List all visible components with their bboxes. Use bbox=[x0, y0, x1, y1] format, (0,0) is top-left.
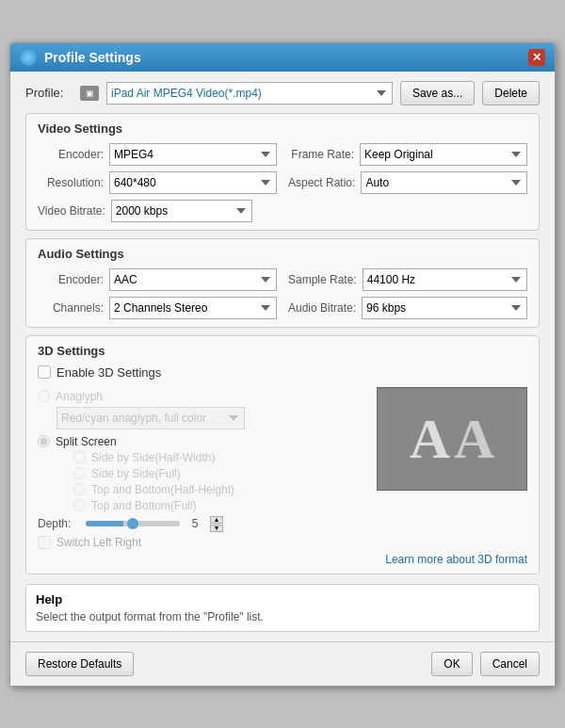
audio-encoder-row: Encoder: AAC bbox=[38, 268, 277, 291]
side-by-side-half-row: Side by Side(Half-Width) bbox=[73, 451, 365, 464]
resolution-select[interactable]: 640*480 bbox=[109, 171, 277, 194]
depth-down-arrow[interactable]: ▼ bbox=[210, 525, 223, 532]
video-settings-grid: Encoder: MPEG4 Frame Rate: Keep Original… bbox=[38, 143, 527, 194]
audio-bitrate-select[interactable]: 96 kbps bbox=[362, 297, 527, 319]
depth-slider[interactable] bbox=[86, 521, 180, 526]
title-bar: Profile Settings ✕ bbox=[10, 43, 555, 72]
profile-select[interactable]: iPad Air MPEG4 Video(*.mp4) bbox=[106, 82, 393, 105]
side-by-side-full-label: Side by Side(Full) bbox=[91, 467, 181, 480]
help-title: Help bbox=[36, 592, 529, 607]
switch-row: Switch Left Right bbox=[38, 536, 365, 549]
audio-encoder-label: Encoder: bbox=[38, 273, 104, 286]
aa-preview-content: A A bbox=[410, 411, 495, 467]
video-bitrate-label: Video Bitrate: bbox=[38, 204, 105, 218]
top-bottom-full-row: Top and Bottom(Full) bbox=[73, 499, 365, 512]
anaglyph-dropdown[interactable]: Red/cyan anaglyph, full color bbox=[56, 407, 245, 429]
switch-lr-label: Switch Left Right bbox=[56, 536, 141, 549]
channels-select[interactable]: 2 Channels Stereo bbox=[109, 297, 277, 319]
learn-more-link[interactable]: Learn more about 3D format bbox=[385, 553, 527, 566]
channels-label: Channels: bbox=[38, 301, 104, 315]
video-bitrate-row: Video Bitrate: 2000 kbps bbox=[38, 200, 527, 222]
top-bottom-half-row: Top and Bottom(Half-Height) bbox=[73, 483, 365, 496]
resolution-label: Resolution: bbox=[38, 176, 104, 189]
preview-letter-left: A bbox=[410, 411, 450, 467]
audio-settings-section: Audio Settings Encoder: AAC Sample Rate:… bbox=[25, 238, 540, 328]
3d-settings-title: 3D Settings bbox=[38, 344, 527, 358]
aspect-ratio-label: Aspect Ratio: bbox=[288, 176, 355, 189]
enable-3d-row: Enable 3D Settings bbox=[38, 365, 527, 380]
3d-content: Anaglyph Red/cyan anaglyph, full color S… bbox=[38, 387, 527, 549]
footer: Restore Defaults OK Cancel bbox=[10, 641, 555, 686]
restore-defaults-button[interactable]: Restore Defaults bbox=[25, 652, 134, 676]
top-bottom-full-label: Top and Bottom(Full) bbox=[91, 499, 196, 512]
enable-3d-checkbox[interactable] bbox=[38, 365, 51, 379]
encoder-row: Encoder: MPEG4 bbox=[38, 143, 277, 166]
video-settings-title: Video Settings bbox=[38, 121, 527, 136]
profile-settings-dialog: Profile Settings ✕ Profile: ▣ iPad Air M… bbox=[9, 42, 556, 687]
sample-rate-select[interactable]: 44100 Hz bbox=[363, 268, 527, 291]
save-as-button[interactable]: Save as... bbox=[400, 81, 475, 105]
top-bottom-half-radio[interactable] bbox=[73, 483, 86, 495]
depth-up-arrow[interactable]: ▲ bbox=[210, 516, 223, 524]
side-by-side-half-radio[interactable] bbox=[73, 451, 86, 463]
delete-button[interactable]: Delete bbox=[482, 81, 540, 105]
dialog-body: Profile: ▣ iPad Air MPEG4 Video(*.mp4) S… bbox=[10, 72, 555, 641]
preview-letter-right: A bbox=[454, 411, 494, 467]
profile-label: Profile: bbox=[25, 86, 73, 100]
dialog-title: Profile Settings bbox=[44, 50, 528, 65]
3d-left-panel: Anaglyph Red/cyan anaglyph, full color S… bbox=[38, 387, 365, 549]
cancel-button[interactable]: Cancel bbox=[480, 652, 540, 676]
close-button[interactable]: ✕ bbox=[528, 49, 545, 66]
audio-settings-grid: Encoder: AAC Sample Rate: 44100 Hz Chann… bbox=[38, 268, 527, 319]
audio-settings-title: Audio Settings bbox=[38, 247, 527, 261]
split-screen-radio[interactable] bbox=[38, 435, 50, 447]
learn-more-row: Learn more about 3D format bbox=[38, 553, 527, 566]
frame-rate-row: Frame Rate: Keep Original bbox=[288, 143, 527, 166]
enable-3d-label: Enable 3D Settings bbox=[56, 365, 161, 380]
resolution-row: Resolution: 640*480 bbox=[38, 171, 277, 194]
aspect-ratio-select[interactable]: Auto bbox=[361, 171, 527, 194]
depth-value: 5 bbox=[186, 517, 204, 530]
help-text: Select the output format from the "Profi… bbox=[36, 610, 529, 623]
anaglyph-dropdown-wrapper: Red/cyan anaglyph, full color bbox=[38, 407, 365, 429]
3d-preview: A A bbox=[377, 387, 527, 491]
video-bitrate-select[interactable]: 2000 kbps bbox=[111, 200, 252, 222]
depth-row: Depth: 5 ▲ ▼ bbox=[38, 516, 365, 532]
audio-bitrate-row: Audio Bitrate: 96 kbps bbox=[288, 297, 527, 319]
anaglyph-radio-label: Anaglyph bbox=[56, 390, 103, 403]
frame-rate-select[interactable]: Keep Original bbox=[360, 143, 527, 166]
sub-options: Side by Side(Half-Width) Side by Side(Fu… bbox=[73, 451, 365, 512]
video-settings-section: Video Settings Encoder: MPEG4 Frame Rate… bbox=[25, 113, 540, 231]
side-by-side-half-label: Side by Side(Half-Width) bbox=[91, 451, 215, 464]
top-bottom-full-radio[interactable] bbox=[73, 499, 86, 511]
split-screen-radio-row: Split Screen bbox=[38, 435, 365, 448]
anaglyph-radio[interactable] bbox=[38, 390, 50, 402]
switch-lr-checkbox[interactable] bbox=[38, 536, 51, 549]
sample-rate-row: Sample Rate: 44100 Hz bbox=[288, 268, 527, 291]
encoder-select[interactable]: MPEG4 bbox=[109, 143, 277, 166]
depth-label: Depth: bbox=[38, 517, 80, 530]
side-by-side-full-radio[interactable] bbox=[73, 467, 86, 479]
help-box: Help Select the output format from the "… bbox=[25, 584, 540, 632]
sample-rate-label: Sample Rate: bbox=[288, 273, 357, 286]
frame-rate-label: Frame Rate: bbox=[288, 148, 354, 161]
anaglyph-radio-row: Anaglyph bbox=[38, 390, 365, 403]
split-screen-label: Split Screen bbox=[56, 435, 117, 448]
audio-bitrate-label: Audio Bitrate: bbox=[288, 301, 356, 315]
footer-right: OK Cancel bbox=[431, 652, 540, 676]
3d-settings-section: 3D Settings Enable 3D Settings Anaglyph … bbox=[25, 335, 540, 574]
profile-row: Profile: ▣ iPad Air MPEG4 Video(*.mp4) S… bbox=[25, 81, 540, 105]
top-bottom-half-label: Top and Bottom(Half-Height) bbox=[91, 483, 234, 496]
ok-button[interactable]: OK bbox=[431, 652, 472, 676]
audio-encoder-select[interactable]: AAC bbox=[109, 268, 277, 291]
profile-icon: ▣ bbox=[80, 86, 99, 101]
channels-row: Channels: 2 Channels Stereo bbox=[38, 297, 277, 319]
encoder-label: Encoder: bbox=[38, 148, 104, 161]
aspect-ratio-row: Aspect Ratio: Auto bbox=[288, 171, 527, 194]
side-by-side-full-row: Side by Side(Full) bbox=[73, 467, 365, 480]
app-icon bbox=[20, 49, 37, 66]
depth-arrows: ▲ ▼ bbox=[210, 516, 223, 532]
